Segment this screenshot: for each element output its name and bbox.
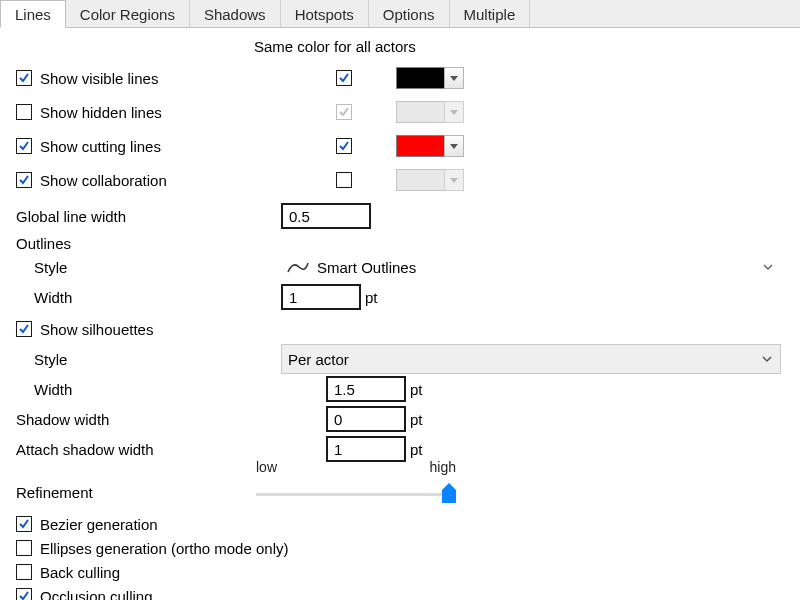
combo-outlines-style-value: Smart Outlines xyxy=(317,259,416,276)
chevron-down-icon xyxy=(450,76,458,81)
row-ellipses: Ellipses generation (ortho mode only) xyxy=(16,536,784,560)
row-bezier: Bezier generation xyxy=(16,512,784,536)
label-back-culling: Back culling xyxy=(40,564,120,581)
slider-refinement[interactable]: low high xyxy=(256,477,456,507)
row-refinement: Refinement low high xyxy=(16,472,784,512)
color-dropdown-button[interactable] xyxy=(444,135,464,157)
unit-silhouettes-width: pt xyxy=(410,381,423,398)
tab-label: Lines xyxy=(15,6,51,23)
combo-silhouettes-style-value: Per actor xyxy=(288,351,349,368)
label-occlusion-culling: Occlusion culling xyxy=(40,588,153,601)
label-show-hidden: Show hidden lines xyxy=(40,104,162,121)
checkbox-bezier[interactable] xyxy=(16,516,32,532)
input-silhouettes-width[interactable] xyxy=(326,376,406,402)
color-preview xyxy=(396,67,444,89)
tab-lines[interactable]: Lines xyxy=(0,0,66,28)
label-shadow-width: Shadow width xyxy=(16,411,326,428)
slider-thumb[interactable] xyxy=(442,483,456,503)
color-preview xyxy=(396,101,444,123)
unit-outlines-width: pt xyxy=(365,289,378,306)
unit-attach-shadow-width: pt xyxy=(410,441,423,458)
checkbox-occlusion-culling[interactable] xyxy=(16,588,32,600)
smart-outlines-icon xyxy=(287,259,309,275)
label-bezier: Bezier generation xyxy=(40,516,158,533)
chevron-down-icon xyxy=(450,110,458,115)
chevron-down-icon xyxy=(450,144,458,149)
checkbox-samecolor-cutting[interactable] xyxy=(336,138,352,154)
checkbox-show-hidden[interactable] xyxy=(16,104,32,120)
color-swatch-hidden xyxy=(396,101,464,123)
label-show-visible: Show visible lines xyxy=(40,70,158,87)
label-show-silhouettes: Show silhouettes xyxy=(40,321,153,338)
tab-label: Color Regions xyxy=(80,6,175,23)
combo-silhouettes-style[interactable]: Per actor xyxy=(281,344,781,374)
tab-label: Shadows xyxy=(204,6,266,23)
label-outlines-width: Width xyxy=(16,289,281,306)
color-preview xyxy=(396,169,444,191)
tab-panel-lines: Same color for all actors Show visible l… xyxy=(0,28,800,600)
row-show-collaboration: Show collaboration xyxy=(16,163,784,197)
unit-shadow-width: pt xyxy=(410,411,423,428)
color-preview xyxy=(396,135,444,157)
tab-label: Hotspots xyxy=(295,6,354,23)
slider-track xyxy=(256,493,456,496)
checkbox-show-silhouettes[interactable] xyxy=(16,321,32,337)
row-outlines-style: Style Smart Outlines xyxy=(16,252,784,282)
input-outlines-width[interactable] xyxy=(281,284,361,310)
input-shadow-width[interactable] xyxy=(326,406,406,432)
color-dropdown-button xyxy=(444,169,464,191)
row-show-cutting: Show cutting lines xyxy=(16,129,784,163)
row-shadow-width: Shadow width pt xyxy=(16,404,784,434)
checkbox-show-visible[interactable] xyxy=(16,70,32,86)
tab-hotspots[interactable]: Hotspots xyxy=(281,0,369,27)
tab-label: Options xyxy=(383,6,435,23)
same-color-header-row: Same color for all actors xyxy=(16,38,784,55)
slider-low-label: low xyxy=(256,459,277,475)
checkbox-samecolor-visible[interactable] xyxy=(336,70,352,86)
bottom-checkboxes: Bezier generation Ellipses generation (o… xyxy=(16,512,784,600)
tab-options[interactable]: Options xyxy=(369,0,450,27)
checkbox-show-collaboration[interactable] xyxy=(16,172,32,188)
checkbox-show-cutting[interactable] xyxy=(16,138,32,154)
row-show-hidden: Show hidden lines xyxy=(16,95,784,129)
row-outlines-width: Width pt xyxy=(16,282,784,312)
color-swatch-cutting[interactable] xyxy=(396,135,464,157)
row-silhouettes-width: Width pt xyxy=(16,374,784,404)
color-dropdown-button[interactable] xyxy=(444,67,464,89)
tab-shadows[interactable]: Shadows xyxy=(190,0,281,27)
section-outlines: Outlines Style Smart Outlines Width pt xyxy=(16,235,784,312)
checkbox-samecolor-hidden xyxy=(336,104,352,120)
settings-panel: Lines Color Regions Shadows Hotspots Opt… xyxy=(0,0,800,600)
tabbar: Lines Color Regions Shadows Hotspots Opt… xyxy=(0,0,800,28)
checkbox-back-culling[interactable] xyxy=(16,564,32,580)
chevron-down-icon xyxy=(450,178,458,183)
label-ellipses: Ellipses generation (ortho mode only) xyxy=(40,540,288,557)
color-dropdown-button xyxy=(444,101,464,123)
tab-color-regions[interactable]: Color Regions xyxy=(66,0,190,27)
row-back-culling: Back culling xyxy=(16,560,784,584)
row-show-silhouettes: Show silhouettes xyxy=(16,314,784,344)
slider-high-label: high xyxy=(430,459,456,475)
color-swatch-collaboration xyxy=(396,169,464,191)
tab-multiple[interactable]: Multiple xyxy=(450,0,531,27)
label-silhouettes-style: Style xyxy=(16,351,281,368)
combo-outlines-style[interactable]: Smart Outlines xyxy=(281,252,781,282)
chevron-down-icon xyxy=(760,352,774,366)
same-color-header: Same color for all actors xyxy=(254,38,416,55)
label-silhouettes-width: Width xyxy=(16,381,326,398)
row-global-line-width: Global line width xyxy=(16,201,784,231)
row-show-visible: Show visible lines xyxy=(16,61,784,95)
checkbox-samecolor-collaboration[interactable] xyxy=(336,172,352,188)
input-global-line-width[interactable] xyxy=(281,203,371,229)
label-refinement: Refinement xyxy=(16,484,256,501)
checkbox-ellipses[interactable] xyxy=(16,540,32,556)
label-attach-shadow-width: Attach shadow width xyxy=(16,441,326,458)
label-show-collaboration: Show collaboration xyxy=(40,172,167,189)
label-show-cutting: Show cutting lines xyxy=(40,138,161,155)
color-swatch-visible[interactable] xyxy=(396,67,464,89)
tab-label: Multiple xyxy=(464,6,516,23)
label-global-line-width: Global line width xyxy=(16,208,281,225)
row-occlusion-culling: Occlusion culling xyxy=(16,584,784,600)
label-outlines-style: Style xyxy=(16,259,281,276)
section-title-outlines: Outlines xyxy=(16,235,784,252)
